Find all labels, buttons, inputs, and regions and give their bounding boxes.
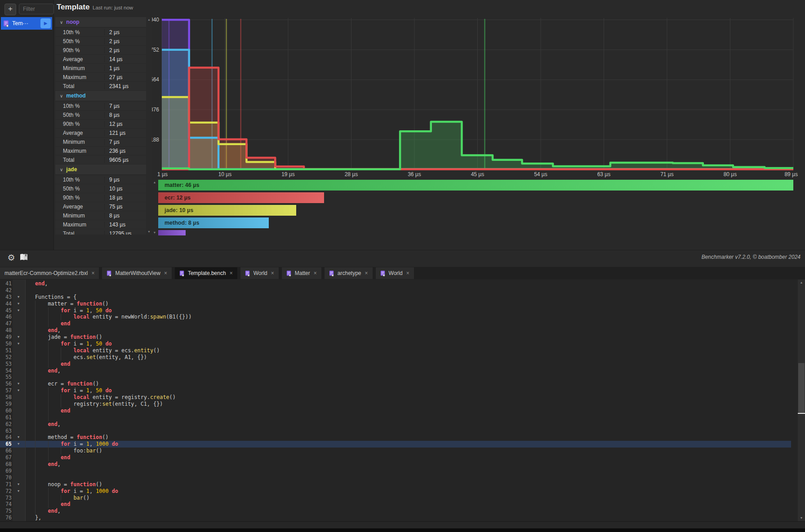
- code-line[interactable]: 58local entity = registry.create(): [0, 394, 791, 401]
- y-tick-label: 188: [152, 137, 159, 143]
- fold-arrow-icon[interactable]: ▼: [12, 301, 25, 307]
- code-line[interactable]: 42: [0, 287, 791, 294]
- legend-bar-noop: [158, 230, 186, 235]
- y-tick-label: 940: [152, 17, 159, 23]
- code-line-current[interactable]: 65▼for i = 1, 1000 do: [0, 441, 791, 448]
- code-line[interactable]: 47end: [0, 320, 791, 327]
- code-editor[interactable]: 41end,4243▼Functions = {44▼matter = func…: [0, 279, 805, 521]
- stats-section-header-method[interactable]: ∨method: [55, 91, 146, 101]
- scroll-up-icon[interactable]: ▲: [153, 180, 156, 185]
- close-icon[interactable]: ×: [365, 270, 368, 276]
- settings-gear-icon[interactable]: ⚙: [5, 252, 17, 264]
- close-icon[interactable]: ×: [314, 270, 317, 276]
- scroll-up-icon[interactable]: ▲: [147, 17, 151, 22]
- code-line[interactable]: 61: [0, 414, 791, 421]
- close-icon[interactable]: ×: [91, 270, 94, 276]
- code-line[interactable]: 73bar(): [0, 495, 791, 501]
- scrollbar-thumb[interactable]: [798, 363, 805, 413]
- code-line[interactable]: 49▼jade = function(): [0, 334, 791, 341]
- code-line[interactable]: 43▼Functions = {: [0, 294, 791, 301]
- fold-arrow-icon[interactable]: ▼: [12, 381, 25, 387]
- benchmark-list-item[interactable]: Tem··· ▶: [1, 17, 52, 30]
- code-token: (): [169, 394, 176, 400]
- indent-guide: [48, 401, 61, 408]
- code-line[interactable]: 69: [0, 468, 791, 474]
- close-icon[interactable]: ×: [406, 270, 409, 276]
- docs-book-icon[interactable]: [19, 253, 30, 263]
- code-line[interactable]: 54end,: [0, 368, 791, 374]
- fold-arrow-icon[interactable]: ▼: [12, 307, 25, 314]
- scroll-down-icon[interactable]: ▼: [147, 229, 151, 235]
- code-line[interactable]: 67end: [0, 454, 791, 461]
- code-line[interactable]: 50▼for i = 1, 50 do: [0, 341, 791, 347]
- tab-Template.bench[interactable]: Template.bench×: [175, 267, 237, 279]
- tab-World[interactable]: World×: [376, 267, 414, 279]
- stats-scrollbar[interactable]: ▲ ▼: [146, 17, 152, 235]
- code-line[interactable]: 71▼noop = function(): [0, 481, 791, 488]
- code-line[interactable]: 53end: [0, 361, 791, 368]
- run-benchmark-button[interactable]: ▶: [40, 18, 51, 28]
- scroll-up-icon[interactable]: ▲: [798, 279, 805, 286]
- code-line[interactable]: 56▼ecr = function(): [0, 381, 791, 387]
- filter-input[interactable]: [19, 4, 54, 14]
- script-icon: [380, 270, 386, 276]
- code-line[interactable]: 46local entity = newWorld:spawn(B1({})): [0, 314, 791, 320]
- scroll-down-icon[interactable]: ▼: [798, 515, 805, 521]
- editor-scrollbar[interactable]: ▲ ▼: [798, 279, 805, 521]
- close-icon[interactable]: ×: [230, 270, 233, 276]
- code-line[interactable]: 45▼for i = 1, 50 do: [0, 307, 791, 314]
- editor-horizontal-scrollbar[interactable]: [0, 521, 805, 529]
- code-line[interactable]: 52ecs.set(entity, A1, {}): [0, 354, 791, 361]
- benchmark-item-label: Tem···: [12, 20, 40, 27]
- code-line[interactable]: 70: [0, 474, 791, 481]
- code-line[interactable]: 55: [0, 374, 791, 381]
- tab-archetype[interactable]: archetype×: [325, 267, 373, 279]
- tab-matterEcr-Common-Optimize2.rbxl[interactable]: matterEcr-Common-Optimize2.rbxl×: [0, 267, 99, 279]
- code-line[interactable]: 66foo:bar(): [0, 448, 791, 454]
- code-line[interactable]: 44▼matter = function(): [0, 301, 791, 307]
- code-line[interactable]: 72▼for i = 1, 1000 do: [0, 488, 791, 495]
- add-benchmark-button[interactable]: +: [4, 4, 16, 15]
- fold-arrow-icon[interactable]: ▼: [12, 488, 25, 495]
- scroll-down-icon[interactable]: ▼: [153, 230, 156, 235]
- legend-scrollbar[interactable]: ▲ ▼: [152, 180, 157, 235]
- line-number: 68: [0, 461, 12, 468]
- code-line[interactable]: 76},: [0, 514, 791, 521]
- tab-MatterWithoutView[interactable]: MatterWithoutView×: [102, 267, 172, 279]
- code-line[interactable]: 60end: [0, 408, 791, 414]
- section-name: method: [66, 93, 85, 99]
- code-line[interactable]: 59registry:set(entity, C1, {}): [0, 401, 791, 408]
- indent-guide: [25, 414, 35, 421]
- code-line[interactable]: 51local entity = ecs.entity(): [0, 347, 791, 354]
- stats-section-header-jade[interactable]: ∨jade: [55, 164, 146, 174]
- tab-World[interactable]: World×: [240, 267, 279, 279]
- stats-section-header-noop[interactable]: ∨noop: [55, 17, 146, 27]
- fold-arrow-icon[interactable]: ▼: [12, 441, 25, 448]
- fold-arrow-icon[interactable]: ▼: [12, 387, 25, 394]
- indent-guide: [35, 394, 48, 401]
- code-line[interactable]: 64▼method = function(): [0, 434, 791, 441]
- code-line[interactable]: 62end,: [0, 421, 791, 428]
- code-line[interactable]: 74end: [0, 501, 791, 508]
- fold-arrow-icon[interactable]: ▼: [12, 294, 25, 301]
- indent-guide: [35, 334, 48, 341]
- stat-value: 236 µs: [104, 148, 146, 154]
- code-line[interactable]: 75end,: [0, 508, 791, 514]
- code-line[interactable]: 63: [0, 428, 791, 434]
- stat-value: 2341 µs: [104, 83, 146, 89]
- fold-arrow-icon[interactable]: ▼: [12, 481, 25, 488]
- line-number: 42: [0, 287, 12, 294]
- code-token: end: [61, 454, 70, 461]
- close-icon[interactable]: ×: [164, 270, 167, 276]
- x-tick-label: 89 µs: [784, 171, 798, 177]
- tab-Matter[interactable]: Matter×: [282, 267, 321, 279]
- indent-guide: [48, 501, 61, 508]
- close-icon[interactable]: ×: [271, 270, 274, 276]
- fold-arrow-icon[interactable]: ▼: [12, 434, 25, 441]
- code-line[interactable]: 57▼for i = 1, 50 do: [0, 387, 791, 394]
- fold-arrow-icon[interactable]: ▼: [12, 334, 25, 341]
- code-line[interactable]: 41end,: [0, 280, 791, 287]
- fold-arrow-icon[interactable]: ▼: [12, 341, 25, 347]
- code-line[interactable]: 48end,: [0, 327, 791, 334]
- code-line[interactable]: 68end,: [0, 461, 791, 468]
